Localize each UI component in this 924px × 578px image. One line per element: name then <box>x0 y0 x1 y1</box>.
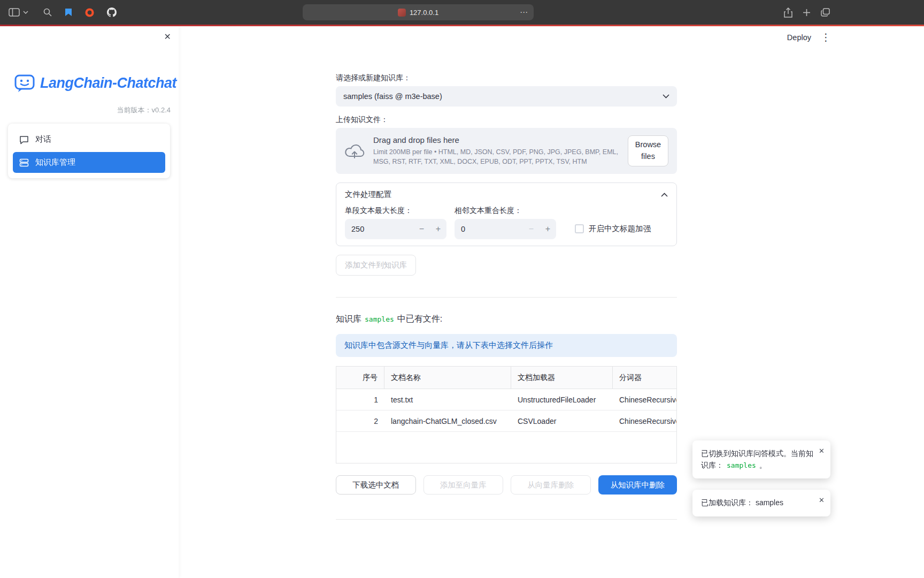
dropzone-title: Drag and drop files here <box>373 135 625 144</box>
chevron-down-icon <box>663 94 669 98</box>
delete-from-vector-store-button[interactable]: 从向量库删除 <box>511 475 591 495</box>
kb-files-table: 序号 文档名称 文档加载器 分词器 1 test.txt Unstructure… <box>336 366 677 463</box>
table-row[interactable]: 2 langchain-ChatGLM_closed.csv CSVLoader… <box>336 410 676 432</box>
chevron-up-icon <box>661 193 668 197</box>
new-tab-icon[interactable] <box>803 9 811 17</box>
toast-close-icon[interactable]: ✕ <box>819 446 825 457</box>
sidebar-item-kb-management[interactable]: 知识库管理 <box>13 152 165 173</box>
chunk-size-label: 单段文本最大长度： <box>345 206 446 216</box>
toast-mode-switched: 已切换到知识库问答模式。当前知识库：samples。 ✕ <box>692 440 830 478</box>
expander-header[interactable]: 文件处理配置 <box>336 183 676 206</box>
table-header-row: 序号 文档名称 文档加载器 分词器 <box>336 367 676 389</box>
app-logo-text: LangChain-Chatchat <box>40 75 176 92</box>
chunk-size-input[interactable]: 250 − + <box>345 219 446 239</box>
divider <box>336 297 677 298</box>
kb-name-code: samples <box>365 315 394 323</box>
app-menu-icon[interactable]: ⋮ <box>821 32 831 42</box>
file-config-expander: 文件处理配置 单段文本最大长度： 250 − + 相邻文本重合长度： <box>336 182 677 246</box>
github-icon[interactable] <box>107 7 117 17</box>
cloud-upload-icon <box>344 143 365 159</box>
expander-title: 文件处理配置 <box>345 189 391 200</box>
row-marker[interactable] <box>336 410 355 431</box>
delete-from-kb-button[interactable]: 从知识库中删除 <box>598 475 677 495</box>
checkbox-label: 开启中文标题加强 <box>589 224 651 234</box>
kb-files-heading: 知识库samples中已有文件: <box>336 314 677 325</box>
zh-title-enhance-checkbox[interactable]: 开启中文标题加强 <box>575 224 651 234</box>
checkbox-box[interactable] <box>575 224 584 233</box>
chunk-size-value[interactable]: 250 <box>345 219 413 239</box>
dropzone-limit-text: Limit 200MB per file • HTML, MD, JSON, C… <box>373 147 625 166</box>
pinned-tab-blue-icon[interactable] <box>65 8 72 17</box>
deploy-button[interactable]: Deploy <box>787 33 811 42</box>
file-dropzone[interactable]: Drag and drop files here Limit 200MB per… <box>336 128 677 174</box>
chunk-increment-button[interactable]: + <box>430 219 446 239</box>
search-icon[interactable] <box>43 8 52 17</box>
kb-select-label: 请选择或新建知识库： <box>336 73 677 83</box>
address-bar[interactable]: 127.0.0.1 ⋯ <box>303 4 534 20</box>
knowledge-base-icon <box>19 158 29 168</box>
app-logo: LangChain-Chatchat <box>14 72 176 94</box>
url-text: 127.0.0.1 <box>410 9 438 17</box>
sidebar-chevron-icon[interactable] <box>23 11 28 14</box>
kb-selectbox[interactable]: samples (faiss @ m3e-base) <box>336 86 677 107</box>
row-marker[interactable] <box>336 389 355 410</box>
add-to-vector-store-button[interactable]: 添加至向量库 <box>424 475 504 495</box>
pinned-tab-orange-icon[interactable] <box>85 8 94 17</box>
overlap-decrement-button[interactable]: − <box>523 219 540 239</box>
overlap-label: 相邻文本重合长度： <box>455 206 556 216</box>
col-header-loader[interactable]: 文档加载器 <box>511 367 613 389</box>
toast-kb-code: samples <box>727 461 756 469</box>
col-header-splitter[interactable]: 分词器 <box>613 367 676 389</box>
share-icon[interactable] <box>784 7 792 18</box>
sidebar-toggle-icon[interactable] <box>9 8 20 17</box>
sidebar-close-icon[interactable]: ✕ <box>164 32 171 42</box>
kb-selected-value: samples (faiss @ m3e-base) <box>343 92 663 101</box>
toast-close-icon[interactable]: ✕ <box>819 495 825 506</box>
table-row[interactable]: 1 test.txt UnstructuredFileLoader Chines… <box>336 389 676 410</box>
chat-bubble-icon <box>19 135 29 144</box>
toast-stack: 已切换到知识库问答模式。当前知识库：samples。 ✕ 已加载知识库： sam… <box>692 440 830 516</box>
site-favicon-icon <box>398 9 406 17</box>
page-options-icon[interactable]: ⋯ <box>520 4 528 20</box>
divider <box>336 519 677 520</box>
overlap-input[interactable]: 0 − + <box>455 219 556 239</box>
browse-files-button[interactable]: Browse files <box>628 135 668 166</box>
sidebar-item-chat[interactable]: 对话 <box>13 129 165 150</box>
sidebar: ✕ LangChain-Chatchat 当前版本：v0.2.4 对话 知识库管… <box>0 26 179 578</box>
sidebar-item-label: 对话 <box>35 134 51 144</box>
app-version: 当前版本：v0.2.4 <box>117 105 171 115</box>
toast-kb-loaded: 已加载知识库： samples ✕ <box>692 490 830 516</box>
sidebar-menu: 对话 知识库管理 <box>8 124 170 178</box>
download-selected-button[interactable]: 下载选中文档 <box>336 475 416 495</box>
chunk-decrement-button[interactable]: − <box>413 219 430 239</box>
add-files-to-kb-button[interactable]: 添加文件到知识库 <box>336 255 416 276</box>
info-banner: 知识库中包含源文件与向量库，请从下表中选择文件后操作 <box>336 334 677 357</box>
tab-overview-icon[interactable] <box>821 8 830 17</box>
overlap-value[interactable]: 0 <box>455 219 523 239</box>
chatchat-logo-icon <box>14 72 35 94</box>
sidebar-item-label: 知识库管理 <box>35 157 75 168</box>
overlap-increment-button[interactable]: + <box>540 219 556 239</box>
col-header-index[interactable]: 序号 <box>355 367 384 389</box>
col-header-filename[interactable]: 文档名称 <box>384 367 511 389</box>
browser-toolbar: 127.0.0.1 ⋯ <box>0 0 924 25</box>
upload-label: 上传知识文件： <box>336 115 677 125</box>
row-marker-header <box>336 367 355 389</box>
